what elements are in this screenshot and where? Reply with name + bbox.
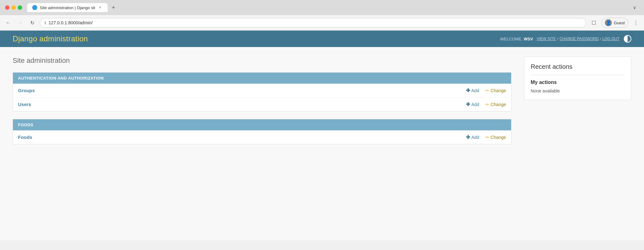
username: WSV (524, 37, 533, 41)
django-admin-header: Django administration WELCOME, WSV . VIE… (0, 31, 644, 47)
foods-section: FOODS Foods ✚ Add ✏ Change (13, 119, 511, 144)
foods-actions: ✚ Add ✏ Change (466, 134, 506, 140)
auth-module: AUTHENTICATION AND AUTHORIZATION Groups … (13, 72, 511, 111)
foods-change-link[interactable]: ✏ Change (486, 135, 506, 140)
users-row: Users ✚ Add ✏ Change (13, 98, 511, 111)
django-admin-title: Django administration (13, 34, 88, 43)
back-button[interactable]: ← (4, 18, 13, 27)
groups-row: Groups ✚ Add ✏ Change (13, 84, 511, 98)
minimize-button[interactable] (11, 5, 16, 10)
close-button[interactable] (5, 5, 9, 10)
recent-actions-divider (531, 75, 625, 75)
users-change-label: Change (491, 102, 506, 107)
foods-section-header: FOODS (13, 119, 511, 130)
users-add-link[interactable]: ✚ Add (466, 101, 479, 107)
groups-actions: ✚ Add ✏ Change (466, 87, 506, 93)
users-change-pencil-icon: ✏ (486, 102, 489, 107)
foods-add-link[interactable]: ✚ Add (466, 134, 479, 140)
profile-label: Guest (614, 21, 625, 25)
groups-add-plus-icon: ✚ (466, 87, 470, 93)
browser-toolbar: ← → ↻ ℹ 127.0.0.1:8000/admin/ ☐ 👤 Guest … (0, 15, 644, 31)
foods-add-plus-icon: ✚ (466, 134, 470, 140)
page-title: Site administration (13, 57, 511, 65)
browser-titlebar: 🌐 Site administration | Django sit × + ∨ (0, 0, 644, 15)
foods-add-label: Add (471, 135, 479, 140)
tab-close-button[interactable]: × (98, 5, 103, 10)
window-chevron-down[interactable]: ∨ (630, 3, 639, 12)
new-tab-button[interactable]: + (109, 3, 118, 12)
auth-section-header: AUTHENTICATION AND AUTHORIZATION (13, 73, 511, 84)
refresh-button[interactable]: ↻ (28, 18, 37, 27)
content-right: Recent actions My actions None available (524, 57, 631, 231)
active-tab[interactable]: 🌐 Site administration | Django sit × (27, 3, 108, 12)
address-url: 127.0.0.1:8000/admin/ (49, 20, 92, 25)
foods-change-label: Change (491, 135, 506, 140)
separator: . (534, 37, 536, 41)
tab-favicon-icon: 🌐 (32, 5, 37, 10)
users-add-plus-icon: ✚ (466, 101, 470, 107)
bookmark-icon[interactable]: ☐ (589, 18, 598, 27)
content-left: Site administration AUTHENTICATION AND A… (13, 57, 511, 231)
groups-link[interactable]: Groups (18, 88, 466, 93)
groups-add-label: Add (471, 88, 479, 93)
auth-section: AUTHENTICATION AND AUTHORIZATION Groups … (13, 72, 511, 111)
tab-bar: 🌐 Site administration | Django sit × + (27, 3, 628, 12)
maximize-button[interactable] (18, 5, 22, 10)
browser-actions: ☐ 👤 Guest ⋮ (589, 18, 640, 28)
more-options-icon[interactable]: ⋮ (631, 18, 640, 27)
address-info-icon: ℹ (45, 21, 46, 25)
user-tools: WELCOME, WSV . VIEW SITE / CHANGE PASSWO… (500, 35, 631, 43)
traffic-lights (5, 5, 22, 10)
users-add-label: Add (471, 102, 479, 107)
foods-module: FOODS Foods ✚ Add ✏ Change (13, 119, 511, 144)
foods-row: Foods ✚ Add ✏ Change (13, 130, 511, 144)
log-out-link[interactable]: LOG OUT (602, 37, 619, 41)
change-password-link[interactable]: CHANGE PASSWORD (560, 37, 599, 41)
users-link[interactable]: Users (18, 102, 466, 107)
profile-button[interactable]: 👤 Guest (601, 18, 628, 28)
view-site-link[interactable]: VIEW SITE (537, 37, 556, 41)
none-available-text: None available (531, 88, 625, 93)
foods-link[interactable]: Foods (18, 134, 466, 140)
groups-change-link[interactable]: ✏ Change (486, 88, 506, 93)
tab-title: Site administration | Django sit (40, 5, 95, 10)
recent-actions-title: Recent actions (531, 63, 625, 70)
recent-actions-panel: Recent actions My actions None available (524, 57, 631, 100)
slash2: / (600, 37, 601, 41)
users-change-link[interactable]: ✏ Change (486, 102, 506, 107)
foods-change-pencil-icon: ✏ (486, 135, 489, 140)
welcome-text: WELCOME, (500, 37, 522, 41)
groups-change-pencil-icon: ✏ (486, 88, 489, 93)
forward-button[interactable]: → (16, 18, 25, 27)
my-actions-title: My actions (531, 80, 625, 85)
groups-add-link[interactable]: ✚ Add (466, 87, 479, 93)
slash1: / (557, 37, 558, 41)
browser-chrome: 🌐 Site administration | Django sit × + ∨… (0, 0, 644, 31)
address-bar[interactable]: ℹ 127.0.0.1:8000/admin/ (40, 18, 586, 27)
users-actions: ✚ Add ✏ Change (466, 101, 506, 107)
main-content: Site administration AUTHENTICATION AND A… (0, 47, 644, 240)
profile-avatar: 👤 (605, 19, 612, 26)
groups-change-label: Change (491, 88, 506, 93)
contrast-toggle-button[interactable] (624, 35, 631, 43)
